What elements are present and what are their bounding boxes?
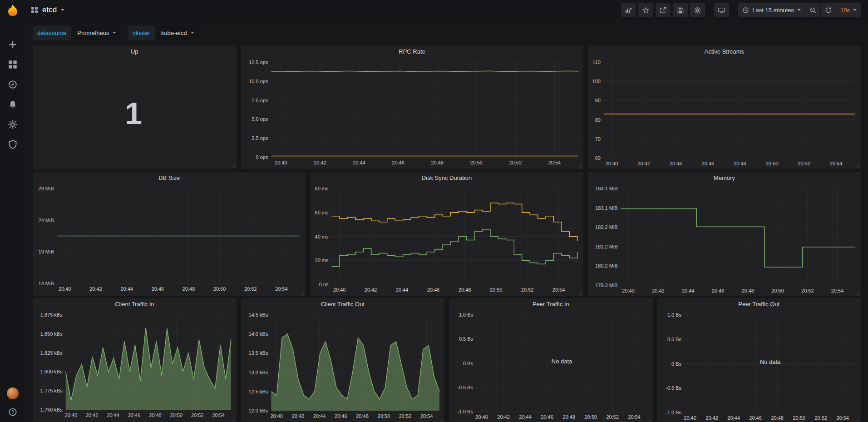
svg-text:20:40: 20:40: [605, 161, 618, 166]
chart-svg: 1.750 kBs1.775 kBs1.800 kBs1.825 kBs1.85…: [35, 310, 238, 420]
dashboard-row-3: Client Traffic In 1.750 kBs1.775 kBs1.80…: [33, 298, 861, 420]
zoom-out-button[interactable]: [805, 3, 820, 17]
chart-area[interactable]: 6070809010011020:4020:4220:4420:4620:482…: [588, 58, 861, 169]
settings-button[interactable]: [690, 3, 705, 17]
add-panel-button[interactable]: [621, 3, 636, 17]
panel-title[interactable]: Client Traffic Out: [241, 298, 445, 310]
chart-area[interactable]: -1.0 Bs-0.5 Bs0 Bs0.5 Bs1.0 Bs20:4020:42…: [657, 310, 861, 422]
svg-text:13.5 kBs: 13.5 kBs: [248, 350, 268, 356]
svg-text:20:54: 20:54: [212, 412, 225, 418]
time-range-label: Last 15 minutes: [752, 7, 794, 14]
panel-title[interactable]: DB Size: [33, 172, 306, 184]
svg-text:20:48: 20:48: [356, 413, 369, 419]
svg-text:-0.5 Bs: -0.5 Bs: [457, 385, 473, 390]
panel-title[interactable]: Peer Traffic In: [449, 298, 653, 310]
svg-text:1.0 Bs: 1.0 Bs: [667, 312, 681, 318]
svg-text:20:46: 20:46: [701, 161, 714, 166]
chart-area[interactable]: 0 ops2.5 ops5.0 ops7.5 ops10.0 ops12.5 o…: [241, 58, 583, 169]
share-icon: [660, 7, 666, 14]
svg-text:No data: No data: [760, 358, 780, 365]
chart-area[interactable]: 179.3 MiB180.2 MiB181.2 MiB182.2 MiB183.…: [588, 184, 861, 296]
variable-value: kube-etcd: [161, 30, 187, 36]
caret-down-icon: [191, 32, 194, 34]
compass-icon: [8, 80, 17, 89]
svg-text:20:44: 20:44: [670, 161, 682, 166]
svg-text:20:44: 20:44: [727, 415, 740, 421]
sidebar-item-create[interactable]: [8, 40, 17, 49]
share-button[interactable]: [656, 3, 671, 17]
svg-text:20:46: 20:46: [749, 415, 762, 421]
svg-text:20:40: 20:40: [275, 160, 287, 165]
dashboard-title-dropdown[interactable]: etcd: [31, 5, 64, 15]
save-icon: [677, 7, 684, 14]
sidebar-item-configuration[interactable]: [8, 120, 17, 129]
grafana-logo-icon[interactable]: [5, 4, 21, 20]
refresh-interval-label: 10s: [840, 7, 850, 14]
svg-text:20:44: 20:44: [353, 160, 365, 165]
magnifier-icon: [809, 7, 816, 14]
panel-title[interactable]: RPC Rate: [241, 45, 583, 58]
save-button[interactable]: [673, 3, 688, 17]
svg-text:0.5 Bs: 0.5 Bs: [459, 336, 473, 342]
refresh-interval-dropdown[interactable]: 10s: [836, 3, 861, 17]
refresh-button[interactable]: [821, 3, 836, 17]
svg-text:20:52: 20:52: [399, 413, 411, 419]
panel-title[interactable]: Active Streams: [588, 45, 861, 58]
svg-text:20:54: 20:54: [829, 161, 842, 166]
svg-text:20:48: 20:48: [431, 160, 444, 165]
variable-value-dropdown[interactable]: Prometheus: [73, 26, 121, 40]
panel-db-size: DB Size 14 MiB19 MiB24 MiB29 MiB20:4020:…: [33, 172, 306, 296]
svg-text:20:52: 20:52: [798, 161, 810, 166]
sidebar-item-alerting[interactable]: [8, 100, 17, 109]
svg-text:20:46: 20:46: [711, 288, 724, 293]
svg-text:20:44: 20:44: [313, 413, 326, 419]
svg-text:20:46: 20:46: [335, 413, 347, 419]
chart-area[interactable]: -1.0 Bs-0.5 Bs0 Bs0.5 Bs1.0 Bs20:4020:42…: [449, 310, 653, 422]
svg-text:0.5 Bs: 0.5 Bs: [667, 337, 681, 342]
dashboard-grid: Up 1 RPC Rate 0 ops2.5 ops5.0 ops7.5 ops…: [25, 43, 868, 422]
svg-text:179.3 MiB: 179.3 MiB: [595, 283, 618, 288]
sidebar-item-help[interactable]: ?: [8, 407, 17, 417]
sidebar-item-dashboards[interactable]: [8, 60, 17, 69]
svg-text:20:50: 20:50: [490, 287, 503, 293]
svg-text:20:42: 20:42: [705, 415, 718, 421]
svg-text:7.5 ops: 7.5 ops: [252, 98, 268, 103]
svg-text:24 MiB: 24 MiB: [39, 218, 54, 223]
favorite-button[interactable]: [638, 3, 653, 17]
svg-text:20:54: 20:54: [275, 286, 288, 292]
panel-title[interactable]: Peer Traffic Out: [657, 298, 861, 310]
user-avatar[interactable]: [7, 387, 19, 399]
cycle-view-mode-button[interactable]: [714, 3, 729, 17]
panel-client-traffic-in: Client Traffic In 1.750 kBs1.775 kBs1.80…: [33, 298, 237, 422]
svg-text:1.750 kBs: 1.750 kBs: [40, 407, 63, 412]
chart-area[interactable]: 1.750 kBs1.775 kBs1.800 kBs1.825 kBs1.85…: [33, 310, 237, 422]
svg-text:?: ?: [11, 409, 14, 415]
svg-text:-1.0 Bs: -1.0 Bs: [666, 410, 681, 415]
navbar: etcd: [25, 0, 868, 20]
variable-value-dropdown[interactable]: kube-etcd: [157, 26, 199, 40]
svg-text:20:54: 20:54: [628, 414, 641, 420]
svg-text:12.0 kBs: 12.0 kBs: [248, 408, 268, 413]
svg-text:20:52: 20:52: [606, 414, 619, 420]
svg-text:100: 100: [592, 79, 600, 84]
clock-icon: [742, 7, 749, 14]
time-picker-button[interactable]: Last 15 minutes: [738, 3, 805, 17]
sidebar-item-explore[interactable]: [8, 80, 17, 89]
svg-text:20:48: 20:48: [562, 414, 575, 420]
svg-text:20:46: 20:46: [427, 287, 440, 293]
dashboard-row-2: DB Size 14 MiB19 MiB24 MiB29 MiB20:4020:…: [33, 172, 861, 293]
sidebar-item-server-admin[interactable]: [8, 140, 17, 149]
chart-area[interactable]: 14 MiB19 MiB24 MiB29 MiB20:4020:4220:442…: [33, 184, 306, 296]
panel-title[interactable]: Client Traffic In: [33, 298, 237, 310]
caret-down-icon: [61, 9, 64, 11]
svg-text:20:40: 20:40: [270, 413, 283, 419]
panel-title[interactable]: Memory: [588, 172, 861, 184]
chart-area[interactable]: 12.0 kBs12.5 kBs13.0 kBs13.5 kBs14.0 kBs…: [241, 310, 445, 422]
chart-area[interactable]: 0 ns20 ms40 ms60 ms80 ms20:4020:4220:442…: [310, 184, 583, 296]
panel-title[interactable]: Disk Sync Duration: [310, 172, 583, 184]
panel-active-streams: Active Streams 6070809010011020:4020:422…: [588, 45, 861, 169]
chart-svg: 14 MiB19 MiB24 MiB29 MiB20:4020:4220:442…: [35, 184, 307, 293]
svg-text:20:48: 20:48: [149, 412, 162, 418]
star-icon: [642, 7, 649, 14]
panel-title[interactable]: Up: [33, 45, 237, 58]
